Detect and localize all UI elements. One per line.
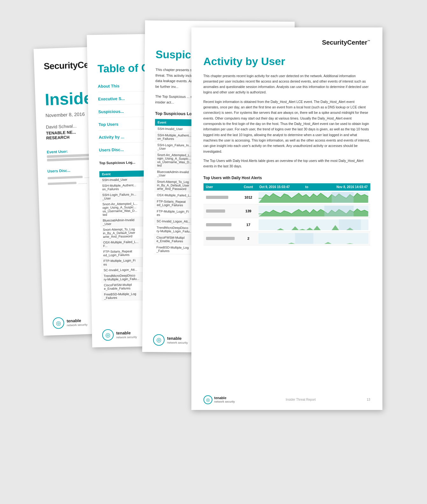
table-row: 17 xyxy=(203,218,370,231)
tenable-icon: ◎ xyxy=(203,395,212,404)
page-activity: SecurityCenter™ Activity by User This ch… xyxy=(191,27,382,410)
sparkline-2 xyxy=(259,206,368,216)
footer-tenable-logo: ◎ tenable network security xyxy=(203,395,235,404)
col-user: User xyxy=(203,183,240,191)
user-name-blur xyxy=(206,209,225,213)
activity-sc-logo: SecurityCenter™ xyxy=(203,39,370,46)
svg-rect-3 xyxy=(324,206,354,216)
tenable-icon: ◎ xyxy=(52,317,64,329)
cover-user-bar-1 xyxy=(47,176,82,179)
sparkline-4 xyxy=(259,233,368,244)
activity-body-3: The Top Users with Daily Host Alerts tab… xyxy=(203,158,370,169)
cover-tenable-logo: ◎ tenable network security xyxy=(52,316,87,329)
activity-table: User Count Oct 9, 2016 15:03:47 to Nov 8… xyxy=(203,183,370,245)
table-row: 1012 xyxy=(203,191,370,204)
footer-page-num: 13 xyxy=(367,398,370,401)
sparkline-1 xyxy=(259,192,368,203)
col-to: to xyxy=(300,183,313,191)
tenable-icon: ◎ xyxy=(102,329,114,341)
svg-rect-5 xyxy=(339,219,361,230)
suspicious-tenable-logo: ◎ tenable network security xyxy=(153,334,188,346)
svg-rect-1 xyxy=(332,192,354,203)
activity-title: Activity by User xyxy=(203,55,370,68)
svg-rect-7 xyxy=(295,233,313,244)
col-count: Count xyxy=(240,183,257,191)
user-name-blur xyxy=(206,237,235,240)
toc-tenable-logo: ◎ tenable network security xyxy=(102,329,137,341)
table-row: 139 xyxy=(203,204,370,218)
footer-report-name: Insider Threat Report xyxy=(286,398,316,401)
sparkline-3 xyxy=(259,219,368,230)
tenable-text: tenable network security xyxy=(67,318,88,327)
tenable-icon: ◎ xyxy=(153,334,164,346)
user-name-blur xyxy=(206,223,231,226)
activity-body-1: This chapter presents recent login activ… xyxy=(203,73,370,95)
cover-user-bar-2 xyxy=(48,181,76,185)
col-date-to: Nov 8, 2016 14:03:47 xyxy=(313,183,370,191)
activity-table-head: Top Users with Daily Host Alerts xyxy=(203,176,370,180)
col-date-from: Oct 9, 2016 15:03:47 xyxy=(257,183,300,191)
user-name-blur xyxy=(206,196,228,199)
activity-footer: ◎ tenable network security Insider Threa… xyxy=(191,395,382,404)
document-scene: SecurityCenter™ Insider November 8, 2016… xyxy=(39,21,389,483)
activity-body-2: Recent login information is obtained fro… xyxy=(203,99,370,154)
table-row: 2 xyxy=(203,231,370,245)
